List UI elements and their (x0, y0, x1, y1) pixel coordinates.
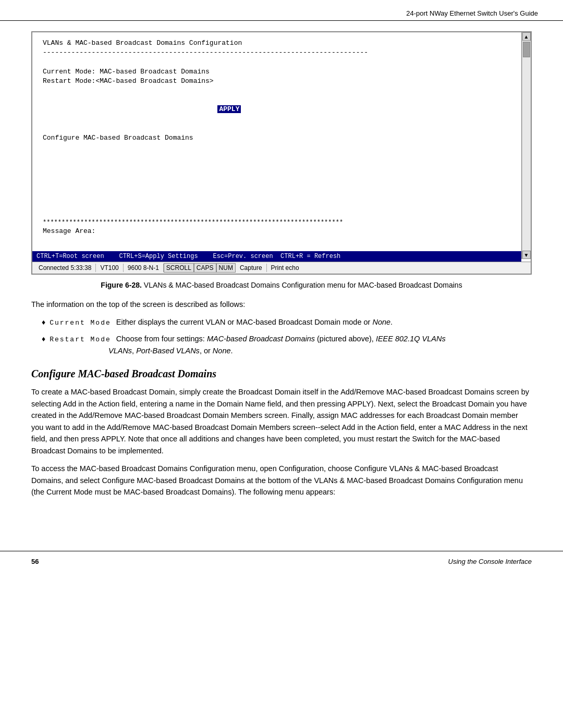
terminal-empty-1 (43, 57, 511, 67)
bullet-2-italic3-label: VLANs (108, 347, 132, 355)
bullet-2-text2: (pictured above), (315, 335, 376, 343)
status-baud: 9600 8-N-1 (124, 264, 164, 272)
paragraph-2: To access the MAC-based Broadcast Domain… (31, 463, 532, 498)
bullet-2-text: Choose from four settings: (116, 335, 207, 343)
bullet-2-italic2: IEEE 802.1Q VLANs (376, 335, 446, 343)
section-heading: Configure MAC-based Broadcast Domains (31, 368, 532, 380)
terminal-empty-2 (43, 124, 511, 133)
terminal-restart-mode: Restart Mode:<MAC-based Broadcast Domain… (43, 77, 511, 95)
terminal-empty-5 (43, 162, 511, 171)
bullet-1-after: . (390, 318, 393, 326)
bullet-2-label: Restart Mode (50, 336, 111, 343)
terminal-configure-line: Configure MAC-based Broadcast Domains (43, 133, 511, 143)
bullet-1-label: Current Mode (50, 319, 111, 327)
status-print-echo: Print echo (267, 264, 303, 272)
bullet-2-text4: , or (200, 347, 213, 355)
terminal-separator: ----------------------------------------… (43, 48, 511, 57)
bullet-2-text3-prefix (50, 347, 108, 355)
status-caps: CAPS (194, 263, 216, 273)
terminal-stars: ****************************************… (43, 219, 511, 227)
footer-section-label: Using the Console Interface (448, 558, 532, 565)
scrollbar-down-button[interactable]: ▼ (522, 251, 531, 259)
status-connected: Connected 5:33:38 (34, 264, 96, 272)
terminal-current-mode: Current Mode: MAC-based Broadcast Domain… (43, 67, 511, 77)
bullet-diamond-1: ♦ (42, 317, 45, 328)
bullet-2-italic3: Port-Based VLANs (136, 347, 200, 355)
terminal-empty-6 (43, 171, 511, 181)
status-capture: Capture (236, 264, 267, 272)
bullet-2-content: Restart Mode Choose from four settings: … (50, 333, 446, 357)
terminal-empty-3 (43, 143, 511, 152)
apply-button[interactable]: APPLY (217, 105, 241, 113)
bullet-list: ♦ Current Mode Either displays the curre… (42, 316, 532, 356)
scrollbar-track (522, 41, 531, 251)
terminal-empty-10 (43, 209, 511, 218)
terminal-message-area: Message Area: (43, 227, 511, 236)
figure-label: Figure 6-28. (101, 281, 143, 289)
bullet-item-1: ♦ Current Mode Either displays the curre… (42, 316, 532, 328)
scrollbar-thumb[interactable] (523, 42, 530, 57)
page-content: ▲ ▼ VLANs & MAC-based Broadcast Domains … (0, 31, 563, 535)
footer-page-number: 56 (31, 558, 39, 565)
bullet-2-italic4: None (213, 347, 231, 355)
status-bar: Connected 5:33:38 VT100 9600 8-N-1 SCROL… (32, 262, 531, 274)
status-scroll: SCROLL (164, 263, 194, 273)
intro-text: The information on the top of the screen… (31, 299, 532, 310)
header-title: 24-port NWay Ethernet Switch User's Guid… (406, 9, 538, 17)
bullet-1-content: Current Mode Either displays the current… (50, 316, 393, 328)
bullet-1-text: Either displays the current VLAN or MAC-… (116, 318, 373, 326)
terminal-empty-7 (43, 181, 511, 190)
figure-caption: Figure 6-28. VLANs & MAC-based Broadcast… (31, 281, 532, 289)
page-footer: 56 Using the Console Interface (0, 551, 563, 570)
terminal-empty-8 (43, 190, 511, 200)
terminal-container: ▲ ▼ VLANs & MAC-based Broadcast Domains … (31, 31, 532, 275)
bullet-item-2: ♦ Restart Mode Choose from four settings… (42, 333, 532, 357)
paragraph-1: To create a MAC-based Broadcast Domain, … (31, 386, 532, 456)
status-num: NUM (216, 263, 236, 273)
scrollbar[interactable]: ▲ ▼ (521, 32, 531, 259)
page-header: 24-port NWay Ethernet Switch User's Guid… (0, 0, 563, 21)
bullet-2-text3: , (132, 347, 136, 355)
terminal-bottom-bar: CTRL+T=Root screen CTRL+S=Apply Settings… (32, 251, 521, 262)
terminal-apply-line: APPLY (43, 95, 511, 124)
status-terminal: VT100 (96, 264, 123, 272)
bullet-1-italic: None (372, 318, 390, 326)
terminal-empty-4 (43, 152, 511, 162)
terminal-screen: VLANs & MAC-based Broadcast Domains Conf… (32, 32, 521, 251)
bullet-2-italic1: MAC-based Broadcast Domains (207, 335, 315, 343)
bullet-2-text5: . (231, 347, 233, 355)
scrollbar-up-button[interactable]: ▲ (522, 32, 531, 41)
terminal-title-line: VLANs & MAC-based Broadcast Domains Conf… (43, 39, 511, 48)
bullet-diamond-2: ♦ (42, 334, 45, 345)
terminal-empty-9 (43, 200, 511, 209)
